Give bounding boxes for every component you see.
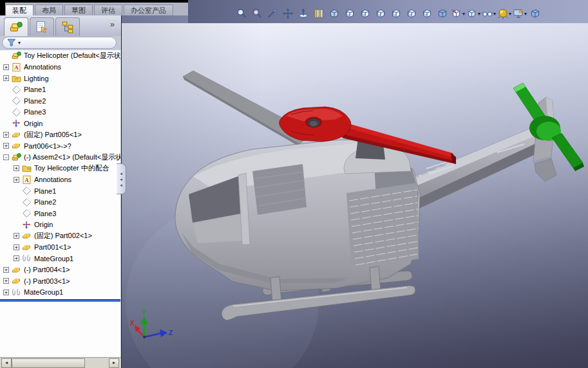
tree-item-label: Plane3: [34, 210, 56, 217]
lighting-icon: [12, 73, 21, 83]
view-settings-icon[interactable]: [528, 6, 542, 21]
expand-toggle[interactable]: +: [14, 244, 19, 250]
ribbon-tab-4[interactable]: 评估: [94, 5, 122, 15]
rollback-bar[interactable]: [0, 299, 120, 302]
tree-item[interactable]: +AAnnotations: [0, 174, 120, 186]
part-icon: [12, 141, 21, 151]
tree-item[interactable]: +MateGroup1: [0, 253, 120, 264]
tree-item[interactable]: -(-) Assem2<1> (Default<显示状态: [0, 152, 120, 163]
mategroup-icon: [12, 288, 21, 297]
view-iso-solid-icon[interactable]: [435, 6, 450, 21]
tree-item[interactable]: +Lighting: [0, 73, 120, 84]
rotate-view-icon[interactable]: [296, 6, 310, 21]
tree-item[interactable]: Plane3: [0, 107, 120, 118]
filter-dropdown-arrow[interactable]: ▾: [18, 40, 21, 46]
section-view-dropdown-arrow[interactable]: ▾: [462, 11, 465, 17]
tree-item[interactable]: +Part001<1>: [0, 242, 120, 253]
view-top-icon[interactable]: [404, 6, 419, 21]
expand-toggle[interactable]: +: [14, 177, 19, 183]
display-style-dropdown-arrow[interactable]: ▾: [478, 11, 480, 17]
origin-icon: [22, 220, 32, 230]
view-isometric-icon[interactable]: [327, 6, 341, 21]
part-icon: [12, 130, 21, 140]
expand-toggle[interactable]: +: [3, 278, 9, 284]
plane-icon: [22, 198, 32, 207]
expand-toggle[interactable]: +: [3, 267, 9, 273]
zoom-to-area-icon[interactable]: [250, 6, 264, 21]
expand-toggle[interactable]: +: [14, 255, 19, 261]
tree-item[interactable]: Origin: [0, 118, 120, 129]
panel-tab-bar: [0, 15, 121, 36]
zoom-in-out-icon[interactable]: [265, 6, 280, 21]
hide-show-items-dropdown-arrow[interactable]: ▾: [493, 11, 496, 17]
ribbon-tab-5[interactable]: 办公室产品: [124, 5, 173, 15]
plane-icon: [22, 208, 32, 218]
triad-z-label: Z: [169, 329, 173, 336]
tree-item[interactable]: +(固定) Part002<1>: [0, 230, 120, 242]
tree-item[interactable]: +(固定) Part005<1>: [0, 129, 120, 141]
section-view-icon[interactable]: ▾: [451, 6, 465, 21]
graphics-viewport[interactable]: Y Z X: [122, 23, 588, 368]
tree-item-label: Part006<1>->?: [24, 142, 71, 150]
expand-toggle[interactable]: -: [3, 154, 9, 160]
expand-toggle[interactable]: +: [3, 132, 9, 138]
panel-overflow-chevron[interactable]: »: [110, 19, 115, 29]
tree-item[interactable]: +(-) Part004<1>: [0, 264, 120, 276]
view-right-icon[interactable]: [389, 6, 403, 21]
expand-toggle[interactable]: +: [14, 165, 19, 171]
part-icon: [22, 231, 32, 241]
view-front-icon[interactable]: [343, 6, 357, 21]
section-curtain-icon[interactable]: [312, 6, 326, 21]
expand-toggle[interactable]: +: [3, 143, 9, 149]
tree-item[interactable]: Plane2: [0, 95, 120, 107]
tree-item[interactable]: +(-) Part003<1>: [0, 275, 120, 287]
panel-tab-featuremanager-design-tree[interactable]: [4, 17, 28, 36]
panel-tab-configurationmanager[interactable]: [55, 17, 80, 36]
svg-text:A: A: [24, 177, 29, 183]
expand-toggle[interactable]: +: [14, 233, 19, 239]
panel-tab-propertymanager[interactable]: [30, 17, 54, 36]
tree-item-label: (固定) Part002<1>: [34, 231, 92, 241]
mategroup-icon: [22, 253, 32, 263]
toolbar-background-corner: [121, 15, 188, 23]
tree-item[interactable]: Plane1: [0, 185, 120, 197]
view-back-icon[interactable]: [358, 6, 372, 21]
tree-item-label: MateGroup1: [24, 288, 63, 296]
apply-scene-dropdown-arrow[interactable]: ▾: [524, 11, 527, 17]
tree-item-label: Plane3: [24, 108, 46, 116]
hide-show-items-icon[interactable]: ▾: [482, 6, 496, 21]
tree-item[interactable]: Origin: [0, 219, 120, 231]
tree-item[interactable]: Plane3: [0, 208, 120, 219]
scroll-thumb[interactable]: [12, 358, 85, 368]
scroll-right-button[interactable]: ▸: [109, 358, 119, 368]
scroll-left-button[interactable]: ◂: [1, 358, 12, 368]
edit-appearance-dropdown-arrow[interactable]: ▾: [509, 11, 511, 17]
expand-toggle[interactable]: +: [3, 75, 9, 81]
ribbon-tab-3[interactable]: 草图: [64, 5, 93, 15]
plane-icon: [12, 96, 21, 106]
tree-item[interactable]: Plane2: [0, 197, 120, 208]
tree-item[interactable]: +AAnnotations: [0, 62, 120, 73]
pan-icon[interactable]: [281, 6, 295, 21]
edit-appearance-icon[interactable]: ▾: [497, 6, 511, 21]
tree-item[interactable]: +Toy Helicopter 中的配合: [0, 163, 120, 174]
ribbon-tab-2[interactable]: 布局: [35, 5, 63, 15]
view-left-icon[interactable]: [374, 6, 388, 21]
apply-scene-icon[interactable]: ▾: [513, 6, 527, 21]
view-bottom-icon[interactable]: [420, 6, 434, 21]
ribbon-tab-1[interactable]: 装配: [5, 5, 33, 15]
tree-item[interactable]: +Part006<1>->?: [0, 140, 120, 152]
expand-toggle[interactable]: +: [3, 64, 9, 70]
filter-funnel-icon[interactable]: [6, 38, 16, 48]
solidworks-window: { "ribbon": { "tabs": [ {"label": "装配", …: [0, 0, 588, 368]
tree-item[interactable]: Toy Helicopter (Default<显示状态: [0, 50, 120, 62]
display-style-icon[interactable]: ▾: [466, 6, 480, 21]
zoom-to-fit-icon[interactable]: [234, 6, 249, 21]
tree-item[interactable]: Plane1: [0, 84, 120, 96]
featuremanager-panel: » ▾ Toy Helicopter (Default<显示状态+AAnnota…: [0, 15, 122, 368]
expand-toggle[interactable]: +: [3, 290, 9, 295]
tree-horizontal-scrollbar[interactable]: ◂ ▸: [0, 357, 121, 368]
tree-filter-input[interactable]: ▾: [2, 37, 117, 49]
tree-item[interactable]: +MateGroup1: [0, 287, 120, 299]
panel-splitter-handle[interactable]: ◂◂◂: [117, 163, 126, 194]
